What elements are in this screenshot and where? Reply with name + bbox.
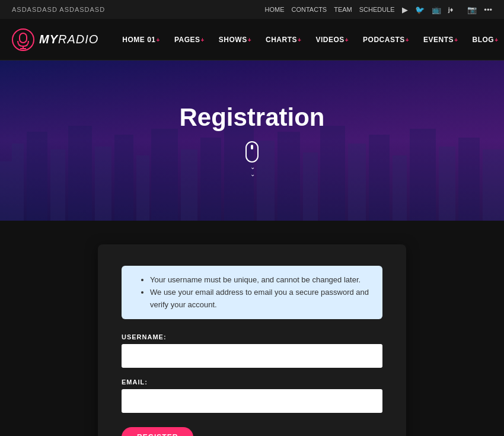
topbar-nav-team[interactable]: TEAM xyxy=(334,6,352,13)
svg-rect-12 xyxy=(151,129,178,221)
username-label: USERNAME: xyxy=(122,333,382,340)
nav-shows[interactable]: SHOWS+ xyxy=(213,31,257,49)
scroll-arrows-icon: ⌄⌄ xyxy=(250,164,254,178)
svg-rect-19 xyxy=(320,126,345,221)
svg-rect-17 xyxy=(277,132,300,221)
logo-text: MYRADIO xyxy=(39,33,98,46)
svg-rect-11 xyxy=(136,155,149,221)
youtube-icon[interactable]: ▶ xyxy=(402,5,408,14)
info-item-username: Your username must be unique, and cannot… xyxy=(150,274,372,287)
twitter-icon[interactable]: 🐦 xyxy=(415,5,425,14)
scroll-mouse-icon xyxy=(245,141,259,163)
svg-rect-22 xyxy=(393,155,407,221)
nav-blog[interactable]: BLOG+ xyxy=(466,31,504,49)
top-bar: ASDASDASD ASDASDASD HOME CONTACTS TEAM S… xyxy=(0,0,504,19)
register-button[interactable]: REGISTER xyxy=(122,427,193,436)
svg-rect-26 xyxy=(483,149,504,221)
svg-rect-21 xyxy=(369,135,390,221)
svg-rect-16 xyxy=(257,141,275,221)
scroll-dot xyxy=(251,145,253,149)
svg-rect-9 xyxy=(95,147,111,221)
svg-rect-5 xyxy=(12,144,24,221)
topbar-nav-home[interactable]: HOME xyxy=(265,6,285,13)
svg-rect-7 xyxy=(50,149,65,221)
registration-form-card: Your username must be unique, and cannot… xyxy=(98,244,406,436)
content-area: Your username must be unique, and cannot… xyxy=(0,221,504,436)
twitch-icon[interactable]: 📺 xyxy=(432,5,441,14)
topbar-nav-contacts[interactable]: CONTACTS xyxy=(292,6,327,13)
logo[interactable]: MYRADIO xyxy=(12,28,98,51)
email-input[interactable] xyxy=(122,389,382,413)
svg-rect-13 xyxy=(181,149,197,221)
svg-rect-6 xyxy=(27,132,47,221)
topbar-nav-schedule[interactable]: SCHEDULE xyxy=(359,6,395,13)
logo-icon xyxy=(12,28,34,51)
nav-podcasts[interactable]: PODCASTS+ xyxy=(357,31,415,49)
hero-section: Registration ⌄⌄ xyxy=(0,61,504,221)
svg-rect-25 xyxy=(458,138,480,221)
more-icon[interactable]: ••• xyxy=(484,5,492,14)
email-label: EMAIL: xyxy=(122,378,382,386)
svg-rect-24 xyxy=(439,147,455,221)
svg-rect-20 xyxy=(348,144,366,221)
svg-rect-23 xyxy=(410,129,436,221)
j-icon[interactable]: j♦ xyxy=(448,6,454,13)
nav-home01[interactable]: HOME 01+ xyxy=(116,31,166,49)
svg-rect-10 xyxy=(114,135,133,221)
info-box: Your username must be unique, and cannot… xyxy=(122,266,382,319)
topbar-right-area: HOME CONTACTS TEAM SCHEDULE ▶ 🐦 📺 j♦ 📷 •… xyxy=(265,5,492,14)
nav-charts[interactable]: CHARTS+ xyxy=(260,31,307,49)
main-navbar: MYRADIO HOME 01+ PAGES+ SHOWS+ CHARTS+ V… xyxy=(0,19,504,61)
nav-pages[interactable]: PAGES+ xyxy=(168,31,210,49)
page-title: Registration xyxy=(179,103,324,132)
svg-rect-18 xyxy=(303,152,318,221)
svg-rect-8 xyxy=(68,126,92,221)
username-input[interactable] xyxy=(122,344,382,368)
nav-events[interactable]: EVENTS+ xyxy=(417,31,464,49)
topbar-brand: ASDASDASD ASDASDASD xyxy=(12,6,105,13)
info-item-email: We use your email address to email you a… xyxy=(150,287,372,311)
nav-videos[interactable]: VIDEOS+ xyxy=(310,31,355,49)
scroll-indicator: ⌄⌄ xyxy=(245,141,259,178)
instagram-icon[interactable]: 📷 xyxy=(467,5,477,14)
svg-rect-14 xyxy=(200,138,221,221)
main-nav-list: HOME 01+ PAGES+ SHOWS+ CHARTS+ VIDEOS+ P… xyxy=(116,31,504,49)
svg-rect-1 xyxy=(20,33,27,43)
